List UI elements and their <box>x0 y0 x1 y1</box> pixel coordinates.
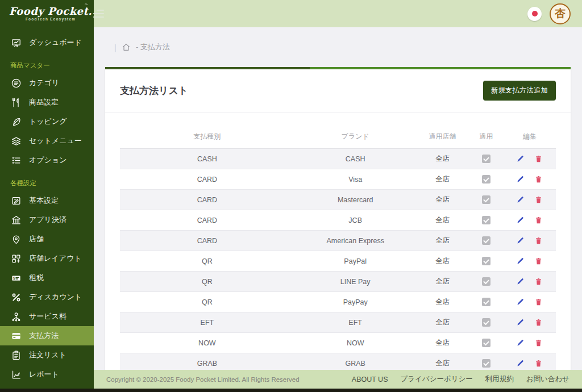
cell-type: CARD <box>120 176 294 184</box>
edit-pencil-icon[interactable] <box>516 339 525 348</box>
sidebar-item-label: トッピング <box>29 116 67 127</box>
applied-checkbox[interactable] <box>482 195 490 204</box>
sidebar-item-label: レポート <box>29 369 59 380</box>
sidebar-item-topping[interactable]: トッピング <box>0 112 94 131</box>
cell-brand: EFT <box>294 319 417 327</box>
copyright-text: Copyright © 2020-2025 Foody Pocket Limit… <box>106 376 300 383</box>
cell-brand: Mastercard <box>294 196 417 204</box>
cell-type: QR <box>120 278 294 286</box>
applied-checkbox[interactable] <box>482 216 490 224</box>
sidebar-item-product-settings[interactable]: 商品設定 <box>0 93 94 112</box>
delete-trash-icon[interactable] <box>534 277 543 286</box>
user-avatar[interactable]: 杏 <box>550 3 571 24</box>
cell-brand: NOW <box>294 339 417 347</box>
table-header-row: 支払種別 ブランド 適用店舗 適用 編集 <box>120 112 556 149</box>
sidebar-item-discount[interactable]: ディスカウント <box>0 287 94 307</box>
table-row: CASH CASH 全店 <box>120 149 556 169</box>
home-icon[interactable] <box>122 43 131 52</box>
edit-pencil-icon[interactable] <box>516 195 525 205</box>
table-row: EFT EFT 全店 <box>120 312 556 333</box>
cell-stores: 全店 <box>417 297 469 307</box>
japan-flag-icon[interactable] <box>527 7 542 21</box>
sidebar-item-payment-method[interactable]: 支払方法 <box>0 326 94 345</box>
cell-brand: JCB <box>294 216 417 224</box>
sidebar-item-service-fee[interactable]: サービス料 <box>0 307 94 326</box>
add-payment-method-button[interactable]: 新規支払方法追加 <box>483 81 556 101</box>
cell-stores: 全店 <box>417 256 469 266</box>
cell-brand: PayPal <box>294 257 417 265</box>
footer-link-contact[interactable]: お問い合わせ <box>526 374 569 384</box>
edit-pencil-icon[interactable] <box>516 318 525 327</box>
applied-checkbox[interactable] <box>482 236 490 245</box>
footer-link-about-us[interactable]: ABOUT US <box>352 376 388 383</box>
page-title: 支払方法リスト <box>120 84 188 97</box>
sidebar-item-tax[interactable]: $租税 <box>0 268 94 287</box>
edit-pencil-icon[interactable] <box>516 257 525 266</box>
sidebar-item-option[interactable]: オプション <box>0 151 94 170</box>
menu-toggle-icon[interactable] <box>92 7 105 20</box>
sidebar-item-report[interactable]: レポート <box>0 365 94 384</box>
applied-checkbox[interactable] <box>482 298 490 306</box>
applied-checkbox[interactable] <box>482 175 490 184</box>
cell-type: CARD <box>120 216 294 224</box>
delete-trash-icon[interactable] <box>534 339 543 348</box>
cell-type: CARD <box>120 237 294 245</box>
brand-name: Foody Pocket. <box>9 6 92 16</box>
edit-pencil-icon[interactable] <box>516 298 525 307</box>
cell-stores: 全店 <box>417 358 469 368</box>
cell-type: QR <box>120 298 294 306</box>
cell-type: NOW <box>120 339 294 347</box>
delete-trash-icon[interactable] <box>534 195 543 205</box>
applied-checkbox[interactable] <box>482 155 490 163</box>
delete-trash-icon[interactable] <box>534 175 543 184</box>
applied-checkbox[interactable] <box>482 339 490 347</box>
sidebar-item-store-layout[interactable]: 店舗レイアウト <box>0 249 94 268</box>
edit-pencil-icon[interactable] <box>516 175 525 184</box>
sidebar-item-order-list[interactable]: 注文リスト <box>0 345 94 365</box>
delete-trash-icon[interactable] <box>534 155 543 164</box>
map-pin-icon <box>10 233 22 245</box>
dashboard-chart-icon <box>10 37 22 48</box>
applied-checkbox[interactable] <box>482 359 490 368</box>
delete-trash-icon[interactable] <box>534 236 543 245</box>
applied-checkbox[interactable] <box>482 257 490 265</box>
sidebar-item-basic-settings[interactable]: 基本設定 <box>0 191 94 210</box>
cell-brand: CASH <box>294 155 417 163</box>
sidebar-item-app-payment[interactable]: アプリ決済 <box>0 210 94 230</box>
brand-logo[interactable]: Foody Pocket. FoodTech Ecosystem <box>9 6 92 22</box>
edit-pencil-icon[interactable] <box>516 277 525 286</box>
sidebar-item-label: サービス料 <box>29 311 66 322</box>
sidebar-item-label: 支払方法 <box>29 331 59 341</box>
price-tag-icon: $ <box>10 272 22 283</box>
cell-brand: LINE Pay <box>294 278 417 286</box>
edit-pencil-icon[interactable] <box>516 155 525 164</box>
delete-trash-icon[interactable] <box>534 257 543 266</box>
sidebar-item-set-menu[interactable]: セットメニュー <box>0 131 94 151</box>
sidebar-item-dashboard[interactable]: ダッシュボード <box>0 33 94 52</box>
cell-stores: 全店 <box>417 236 469 245</box>
delete-trash-icon[interactable] <box>534 216 543 225</box>
applied-checkbox[interactable] <box>482 277 490 286</box>
cell-type: CARD <box>120 196 294 204</box>
edit-pencil-icon[interactable] <box>516 216 525 225</box>
utensils-icon <box>10 97 22 108</box>
applied-checkbox[interactable] <box>482 318 490 327</box>
footer-link-terms[interactable]: 利用規約 <box>485 374 514 384</box>
cell-type: EFT <box>120 319 294 327</box>
sidebar-nav: ダッシュボード商品マスターカテゴリ商品設定トッピングセットメニューオプション各種… <box>0 27 94 384</box>
edit-pencil-icon[interactable] <box>516 359 525 368</box>
cell-type: QR <box>120 257 294 265</box>
delete-trash-icon[interactable] <box>534 359 543 368</box>
sidebar-item-store[interactable]: 店舗 <box>0 230 94 249</box>
svg-text:$: $ <box>13 276 15 281</box>
sidebar-item-label: 店舗 <box>29 234 44 244</box>
edit-pencil-icon[interactable] <box>516 236 525 245</box>
table-row: CARD American Express 全店 <box>120 231 556 251</box>
sidebar-item-label: セットメニュー <box>29 136 82 146</box>
delete-trash-icon[interactable] <box>534 318 543 327</box>
delete-trash-icon[interactable] <box>534 298 543 307</box>
sidebar-item-category[interactable]: カテゴリ <box>0 73 94 93</box>
sidebar-item-label: 租税 <box>29 273 44 283</box>
sidebar: Foody Pocket. FoodTech Ecosystem ダッシュボード… <box>0 0 94 392</box>
footer-link-privacy-policy[interactable]: プライバシーポリシー <box>400 374 472 384</box>
